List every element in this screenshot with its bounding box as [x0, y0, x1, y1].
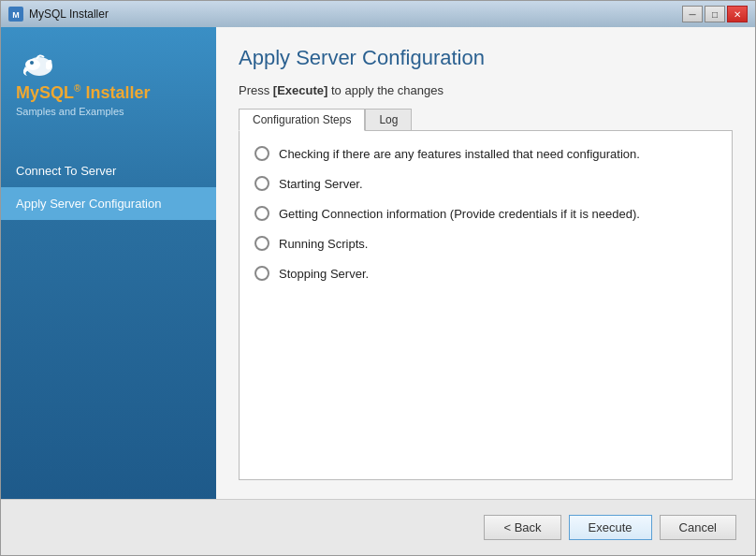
step-2: Starting Server. [254, 176, 717, 191]
tab-panel-configuration-steps: Checking if there are any features insta… [239, 130, 733, 480]
cancel-button[interactable]: Cancel [660, 515, 736, 540]
instruction-text: Press [Execute] to apply the changes [239, 83, 733, 97]
title-bar-left: M MySQL Installer [8, 7, 109, 22]
mysql-logo: MySQL® Installer Samples and Examples [16, 46, 150, 117]
close-button[interactable]: ✕ [727, 6, 748, 22]
footer: < Back Execute Cancel [1, 499, 755, 555]
tab-header: Configuration Steps Log [239, 109, 733, 130]
title-bar: M MySQL Installer ─ □ ✕ [1, 1, 755, 27]
sidebar: MySQL® Installer Samples and Examples Co… [1, 27, 216, 499]
sidebar-nav: Connect To Server Apply Server Configura… [1, 154, 216, 499]
tab-container: Configuration Steps Log Checking if ther… [239, 109, 733, 480]
step-5: Stopping Server. [254, 266, 717, 281]
step-1-label: Checking if there are any features insta… [279, 147, 640, 161]
step-1-radio [254, 146, 269, 161]
svg-point-4 [30, 61, 34, 65]
sidebar-item-connect-to-server[interactable]: Connect To Server [1, 154, 216, 187]
app-icon: M [8, 7, 23, 22]
maximize-button[interactable]: □ [705, 6, 725, 22]
sidebar-header: MySQL® Installer Samples and Examples [1, 27, 216, 136]
tab-configuration-steps[interactable]: Configuration Steps [239, 109, 365, 131]
svg-point-3 [25, 59, 40, 70]
execute-button[interactable]: Execute [569, 515, 652, 540]
svg-text:M: M [12, 10, 20, 20]
step-1: Checking if there are any features insta… [254, 146, 717, 161]
page-title: Apply Server Configuration [239, 46, 733, 70]
main-window: M MySQL Installer ─ □ ✕ [0, 0, 756, 556]
product-subtitle: Samples and Examples [16, 106, 150, 117]
dolphin-icon [16, 46, 63, 83]
step-2-radio [254, 176, 269, 191]
tab-log[interactable]: Log [365, 109, 412, 130]
title-bar-buttons: ─ □ ✕ [682, 6, 748, 22]
step-5-label: Stopping Server. [279, 267, 369, 281]
content-area: Apply Server Configuration Press [Execut… [216, 27, 755, 499]
step-4-label: Running Scripts. [279, 237, 368, 251]
window-title: MySQL Installer [29, 7, 109, 21]
step-4-radio [254, 236, 269, 251]
step-3: Getting Connection information (Provide … [254, 206, 717, 221]
step-5-radio [254, 266, 269, 281]
step-3-radio [254, 206, 269, 221]
minimize-button[interactable]: ─ [682, 6, 703, 22]
step-4: Running Scripts. [254, 236, 717, 251]
back-button[interactable]: < Back [484, 515, 560, 540]
step-2-label: Starting Server. [279, 177, 363, 191]
main-content: MySQL® Installer Samples and Examples Co… [1, 27, 755, 499]
brand-name: MySQL® Installer [16, 83, 150, 104]
step-3-label: Getting Connection information (Provide … [279, 207, 640, 221]
sidebar-item-apply-server-configuration[interactable]: Apply Server Configuration [1, 187, 216, 220]
logo-text: MySQL® Installer Samples and Examples [16, 83, 150, 117]
